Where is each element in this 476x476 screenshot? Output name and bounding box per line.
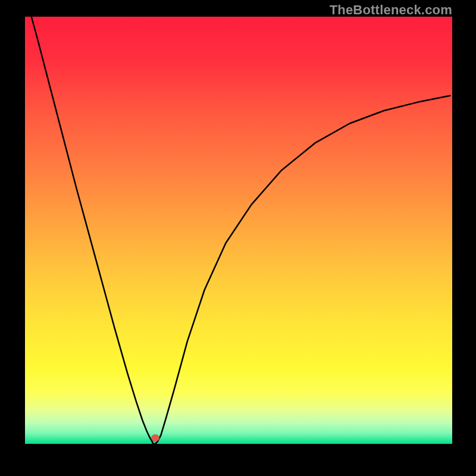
- watermark-text: TheBottleneck.com: [330, 2, 452, 18]
- chart-frame: TheBottleneck.com: [0, 0, 476, 476]
- optimal-point-marker: [151, 434, 159, 441]
- bottleneck-curve: [25, 17, 452, 444]
- plot-area: [25, 17, 452, 444]
